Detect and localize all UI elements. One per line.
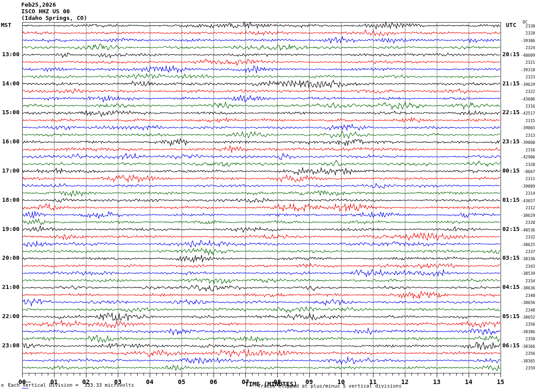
x-tick-label: 06 (206, 379, 221, 385)
dc-offset-value: 2334 (517, 279, 535, 283)
dc-offset-value: -39629 (517, 82, 535, 87)
x-tick-label: 05 (174, 379, 190, 385)
dc-offset-value: 2350 (517, 337, 535, 341)
mst-hour-label: 13:00 (0, 51, 20, 58)
x-tick-label: 15 (493, 379, 509, 385)
dc-offset-value: -38539 (517, 271, 535, 276)
dc-offset-value: 2321 (517, 60, 535, 65)
mst-hour-label: 15:00 (0, 109, 20, 115)
dc-offset-value: 2311 (517, 177, 535, 181)
dc-offset-value: 2330 (517, 24, 535, 28)
dc-offset-value: -43606 (517, 97, 535, 101)
dc-offset-value: -38625 (517, 242, 535, 247)
dc-offset-value: 2320 (517, 220, 535, 225)
dc-offset-value: -40609 (517, 53, 535, 58)
mst-hour-label: 23:00 (0, 342, 20, 349)
clip-note: Traces clipped at plus/minus 5 vertical … (258, 383, 402, 389)
dc-offset-value: 2314 (517, 191, 535, 196)
mst-hour-label: 14:00 (0, 81, 20, 87)
mst-hour-label: 20:00 (0, 255, 20, 261)
header-location: (Idaho Springs, CO) (21, 15, 87, 21)
dc-offset-value: 2324 (517, 46, 535, 50)
dc-offset-value: -38386 (517, 330, 535, 334)
mst-hour-label: 18:00 (0, 197, 20, 203)
x-tick-label: 04 (142, 379, 158, 385)
dc-offset-value: 2328 (517, 31, 535, 35)
seismogram-trace-canvas (0, 0, 536, 392)
dc-offset-value: 2348 (517, 308, 535, 312)
helicorder-page: Feb25,2026 ISCO HHZ US 00 (Idaho Springs… (0, 0, 536, 392)
utc-axis-label: UTC (506, 22, 516, 28)
mst-axis-label: MST (1, 22, 11, 28)
dc-offset-value: 2356 (517, 351, 535, 356)
dc-offset-value: -42517 (517, 111, 535, 115)
dc-offset-value: 2313 (517, 133, 535, 138)
dc-offset-value: -38366 (517, 344, 535, 349)
dc-offset-value: -8667 (517, 169, 535, 174)
corner-glyph: M (1, 384, 4, 388)
dc-offset-value: -38636 (517, 286, 535, 290)
dc-offset-value: -38656 (517, 300, 535, 305)
dc-offset-value: 2337 (517, 250, 535, 254)
dc-offset-value: -38652 (517, 315, 535, 319)
dc-offset-value: 2320 (517, 162, 535, 167)
dc-offset-value: -39060 (517, 140, 535, 145)
dc-offset-value: -38336 (517, 257, 535, 261)
dc-offset-value: 2332 (517, 235, 535, 239)
dc-offset-value: 2356 (517, 322, 535, 327)
dc-offset-value: -39065 (517, 126, 535, 130)
dc-offset-value: 2316 (517, 148, 535, 152)
dc-offset-value: -40536 (517, 228, 535, 232)
dc-offset-value: 2359 (517, 366, 535, 370)
scale-note: Each Vertical Division = 333.33 microvol… (8, 382, 134, 388)
mst-hour-label: 22:00 (0, 313, 20, 319)
dc-offset-value: 2340 (517, 293, 535, 298)
mst-hour-label: 16:00 (0, 138, 20, 145)
dc-offset-value: 2315 (517, 119, 535, 123)
header-station: ISCO HHZ US 00 (21, 8, 70, 15)
dc-offset-value: 2323 (517, 75, 535, 79)
ver-underline-artifact (22, 388, 28, 388)
mst-hour-label: 17:00 (0, 168, 20, 174)
dc-offset-value: -38629 (517, 213, 535, 218)
mst-hour-label: 19:00 (0, 226, 20, 232)
x-tick-label: 13 (429, 379, 445, 385)
dc-offset-value: -38365 (517, 359, 535, 363)
dc-offset-value: 2343 (517, 264, 535, 269)
dc-offset-value: 2322 (517, 89, 535, 94)
dc-offset-value: -39318 (517, 68, 535, 72)
dc-offset-value: 2316 (517, 104, 535, 108)
mst-hour-label: 21:00 (0, 284, 20, 290)
dc-offset-value: -42906 (517, 155, 535, 159)
dc-offset-value: -39889 (517, 184, 535, 188)
dc-offset-value: -39306 (517, 38, 535, 43)
dc-offset-value: 2312 (517, 206, 535, 210)
header-date: Feb25,2026 (21, 1, 56, 8)
ver-overline-artifact (22, 382, 31, 382)
x-tick-label: 14 (461, 379, 477, 385)
dc-offset-value: -43657 (517, 199, 535, 203)
